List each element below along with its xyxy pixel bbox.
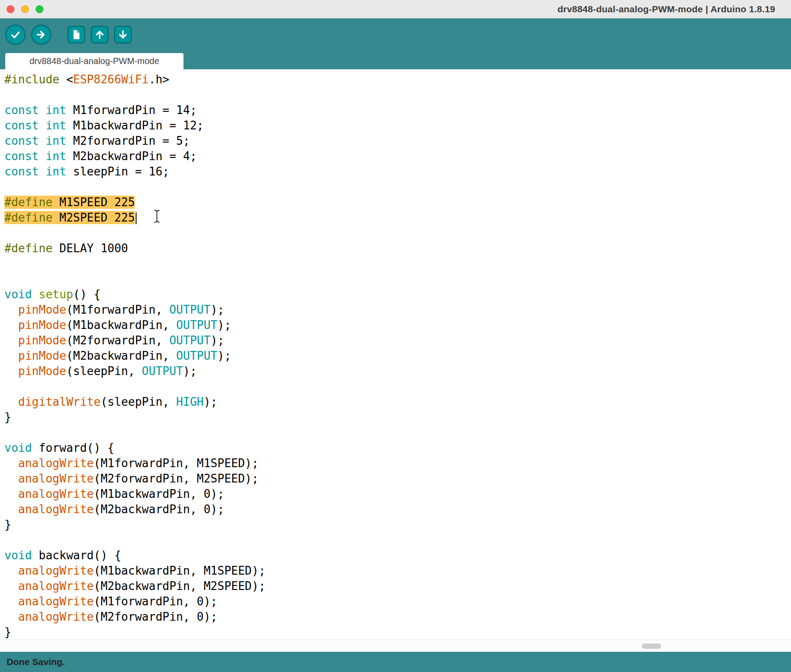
save-button[interactable] [114, 26, 132, 43]
scrollbar-thumb[interactable] [642, 643, 661, 649]
code-line[interactable] [4, 379, 791, 394]
close-window-button[interactable] [7, 5, 14, 13]
toolbar [0, 18, 791, 51]
code-line[interactable]: #define M2SPEED 225 [4, 210, 791, 225]
code-line[interactable] [4, 179, 791, 195]
code-line[interactable]: analogWrite(M2forwardPin, M2SPEED); [4, 471, 791, 486]
upload-button[interactable] [31, 25, 51, 45]
open-button[interactable] [91, 26, 108, 43]
arrow-right-icon [36, 29, 47, 40]
verify-button[interactable] [5, 25, 25, 45]
window-title: drv8848-dual-analog-PWM-mode | Arduino 1… [557, 0, 775, 18]
arrow-up-icon [94, 29, 105, 40]
tab-sketch[interactable]: drv8848-dual-analog-PWM-mode [5, 53, 183, 69]
zoom-window-button[interactable] [36, 5, 43, 13]
check-icon [10, 29, 21, 40]
arduino-ide-window: drv8848-dual-analog-PWM-mode | Arduino 1… [0, 0, 791, 672]
code-line[interactable] [4, 256, 791, 272]
minimize-window-button[interactable] [21, 5, 29, 13]
code-line[interactable]: analogWrite(M1forwardPin, 0); [4, 594, 791, 609]
status-message: Done Saving. [7, 657, 65, 667]
code-line[interactable]: void backward() { [4, 548, 791, 563]
code-line[interactable]: analogWrite(M1forwardPin, M1SPEED); [4, 456, 791, 471]
code-line[interactable]: #define DELAY 1000 [4, 241, 791, 256]
new-button[interactable] [68, 26, 85, 43]
code-line[interactable]: const int M2forwardPin = 5; [4, 133, 791, 149]
horizontal-scrollbar[interactable] [0, 640, 791, 652]
text-caret [136, 212, 137, 224]
mouse-ibeam-cursor-icon [154, 210, 160, 225]
code-line[interactable] [4, 425, 791, 440]
toolbar-buttons [5, 25, 132, 45]
document-icon [71, 29, 82, 40]
code-line[interactable]: const int sleepPin = 16; [4, 164, 791, 179]
traffic-lights [0, 5, 43, 13]
code-line[interactable]: digitalWrite(sleepPin, HIGH); [4, 394, 791, 410]
code-line[interactable]: #define M1SPEED 225 [4, 195, 791, 210]
code-line[interactable] [4, 272, 791, 287]
code-line[interactable]: analogWrite(M2backwardPin, M2SPEED); [4, 579, 791, 594]
code-line[interactable]: analogWrite(M2backwardPin, 0); [4, 502, 791, 517]
code-line[interactable]: pinMode(M1forwardPin, OUTPUT); [4, 302, 791, 318]
code-line[interactable]: pinMode(M2forwardPin, OUTPUT); [4, 333, 791, 348]
code-line[interactable]: } [4, 410, 791, 425]
code-line[interactable]: analogWrite(M2forwardPin, 0); [4, 609, 791, 625]
tab-bar: drv8848-dual-analog-PWM-mode [0, 51, 791, 69]
code-lines: #include <ESP8266WiFi.h> const int M1for… [4, 72, 791, 640]
code-line[interactable]: pinMode(sleepPin, OUTPUT); [4, 364, 791, 379]
status-bar: Done Saving. [0, 652, 791, 672]
code-line[interactable]: analogWrite(M1backwardPin, M1SPEED); [4, 563, 791, 579]
code-line[interactable]: const int M2backwardPin = 4; [4, 149, 791, 164]
code-line[interactable]: void forward() { [4, 440, 791, 456]
arrow-down-icon [117, 29, 129, 40]
titlebar: drv8848-dual-analog-PWM-mode | Arduino 1… [0, 0, 791, 18]
code-line[interactable]: #include <ESP8266WiFi.h> [4, 72, 791, 87]
code-line[interactable]: analogWrite(M1backwardPin, 0); [4, 486, 791, 502]
code-line[interactable]: } [4, 517, 791, 533]
code-line[interactable]: const int M1backwardPin = 12; [4, 118, 791, 133]
code-editor[interactable]: #include <ESP8266WiFi.h> const int M1for… [0, 69, 791, 640]
code-line[interactable] [4, 533, 791, 548]
tab-label: drv8848-dual-analog-PWM-mode [29, 56, 159, 66]
code-line[interactable]: pinMode(M2backwardPin, OUTPUT); [4, 348, 791, 364]
code-line[interactable]: } [4, 625, 791, 640]
code-line[interactable]: void setup() { [4, 287, 791, 302]
code-line[interactable] [4, 87, 791, 103]
code-line[interactable]: const int M1forwardPin = 14; [4, 103, 791, 118]
code-line[interactable]: pinMode(M1backwardPin, OUTPUT); [4, 318, 791, 333]
code-line[interactable] [4, 225, 791, 241]
